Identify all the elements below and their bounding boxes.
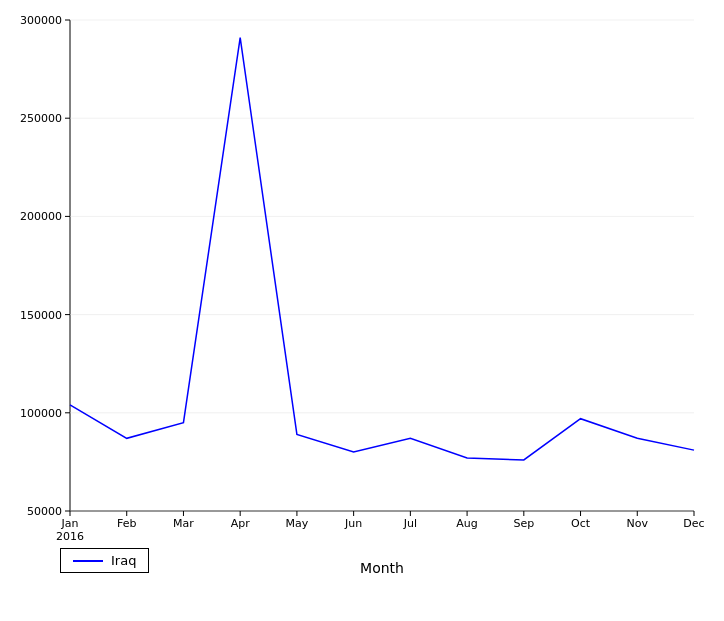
svg-text:Sep: Sep xyxy=(513,517,534,530)
svg-text:300000: 300000 xyxy=(20,14,62,27)
legend-line xyxy=(73,560,103,562)
svg-text:250000: 250000 xyxy=(20,112,62,125)
svg-text:200000: 200000 xyxy=(20,210,62,223)
svg-text:150000: 150000 xyxy=(20,309,62,322)
svg-text:Oct: Oct xyxy=(571,517,591,530)
legend-label: Iraq xyxy=(111,553,136,568)
svg-text:Aug: Aug xyxy=(456,517,477,530)
line-chart: 50000100000150000200000250000300000Jan20… xyxy=(0,0,724,621)
svg-text:May: May xyxy=(286,517,309,530)
svg-text:100000: 100000 xyxy=(20,407,62,420)
svg-text:Jan: Jan xyxy=(61,517,79,530)
legend: Iraq xyxy=(60,548,149,573)
svg-text:50000: 50000 xyxy=(27,505,62,518)
svg-text:Month: Month xyxy=(360,560,404,576)
svg-text:Feb: Feb xyxy=(117,517,136,530)
svg-text:2016: 2016 xyxy=(56,530,84,543)
svg-text:Apr: Apr xyxy=(231,517,251,530)
svg-text:Nov: Nov xyxy=(627,517,649,530)
chart-container: 50000100000150000200000250000300000Jan20… xyxy=(0,0,724,621)
svg-text:Jul: Jul xyxy=(403,517,417,530)
svg-text:Dec: Dec xyxy=(683,517,704,530)
svg-text:Mar: Mar xyxy=(173,517,194,530)
svg-text:Jun: Jun xyxy=(344,517,362,530)
